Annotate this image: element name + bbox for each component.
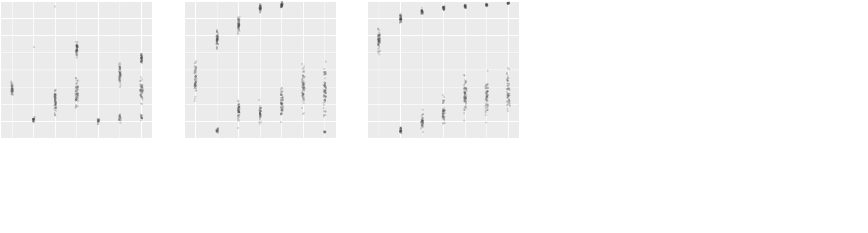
svg-point-874 xyxy=(282,107,284,109)
svg-point-428 xyxy=(141,90,143,92)
svg-point-419 xyxy=(141,99,143,101)
svg-point-1215 xyxy=(422,131,424,133)
svg-point-853 xyxy=(282,99,284,101)
svg-point-514 xyxy=(194,87,196,89)
svg-point-1006 xyxy=(323,94,326,96)
svg-point-55 xyxy=(11,90,13,92)
svg-point-1200 xyxy=(421,10,423,12)
svg-point-590 xyxy=(217,127,219,129)
svg-point-872 xyxy=(280,109,282,111)
svg-point-1488 xyxy=(485,111,487,113)
chart-svg-2 xyxy=(185,1,336,139)
svg-point-1503 xyxy=(486,109,488,111)
svg-point-522 xyxy=(195,90,197,92)
charts-row xyxy=(0,0,868,140)
svg-point-740 xyxy=(258,99,260,101)
svg-point-759 xyxy=(260,121,262,123)
svg-point-1531 xyxy=(506,90,508,92)
svg-point-1361 xyxy=(463,120,465,122)
svg-point-1495 xyxy=(487,94,489,97)
svg-point-1270 xyxy=(443,6,445,8)
svg-point-666 xyxy=(237,127,239,129)
svg-point-505 xyxy=(194,96,196,98)
svg-point-932 xyxy=(302,70,304,72)
svg-point-1225 xyxy=(420,127,422,129)
svg-point-380 xyxy=(140,61,142,63)
svg-point-245 xyxy=(75,86,77,88)
svg-point-642 xyxy=(237,27,239,29)
svg-point-1071 xyxy=(377,50,379,52)
svg-point-253 xyxy=(76,96,78,98)
svg-point-225 xyxy=(77,105,79,107)
svg-point-644 xyxy=(237,33,239,35)
svg-point-1170 xyxy=(400,132,402,134)
svg-point-1584 xyxy=(508,100,510,102)
svg-point-605 xyxy=(238,30,240,32)
svg-point-1498 xyxy=(487,105,489,107)
svg-point-973 xyxy=(325,61,327,63)
chart-svg-3 xyxy=(368,1,519,139)
svg-point-1199 xyxy=(421,13,423,15)
svg-point-925 xyxy=(303,112,305,114)
svg-point-929 xyxy=(302,82,304,84)
svg-point-1449 xyxy=(485,114,487,116)
svg-point-188 xyxy=(76,53,78,55)
svg-point-1585 xyxy=(508,94,510,97)
svg-point-1313 xyxy=(442,100,445,102)
svg-point-1138 xyxy=(400,13,402,15)
svg-point-1319 xyxy=(442,112,445,114)
svg-point-247 xyxy=(76,80,78,82)
svg-point-1097 xyxy=(377,43,379,45)
svg-point-1572 xyxy=(507,80,509,82)
chart-panel-3 xyxy=(368,1,519,139)
svg-point-889 xyxy=(301,63,303,65)
svg-point-570 xyxy=(216,37,218,39)
svg-point-322 xyxy=(119,77,121,79)
svg-point-113 xyxy=(54,113,56,115)
svg-point-1350 xyxy=(464,5,466,7)
svg-point-772 xyxy=(259,105,261,107)
svg-point-80 xyxy=(33,116,35,118)
svg-point-49 xyxy=(11,93,13,95)
svg-point-1318 xyxy=(442,115,444,117)
svg-point-1303 xyxy=(443,122,446,124)
svg-point-261 xyxy=(97,123,99,125)
svg-point-936 xyxy=(301,84,303,86)
svg-point-51 xyxy=(11,82,13,84)
svg-point-1504 xyxy=(485,99,487,101)
svg-point-1012 xyxy=(324,71,327,73)
svg-point-995 xyxy=(324,99,326,101)
svg-point-239 xyxy=(76,88,78,90)
svg-point-507 xyxy=(194,72,196,74)
svg-point-48 xyxy=(10,80,12,82)
svg-point-1419 xyxy=(465,93,467,95)
svg-point-143 xyxy=(54,5,56,7)
svg-point-343 xyxy=(119,116,121,118)
svg-point-1445 xyxy=(486,5,488,7)
svg-point-1237 xyxy=(422,109,424,111)
svg-point-1275 xyxy=(443,96,445,98)
svg-point-411 xyxy=(140,76,142,78)
svg-point-1489 xyxy=(486,106,488,108)
svg-point-942 xyxy=(302,88,304,90)
svg-point-1555 xyxy=(507,96,509,98)
svg-point-1414 xyxy=(465,107,467,109)
svg-point-1099 xyxy=(377,38,379,40)
svg-point-517 xyxy=(194,100,196,102)
svg-point-1236 xyxy=(421,124,423,126)
svg-point-641 xyxy=(237,22,239,24)
svg-point-1569 xyxy=(507,85,509,87)
svg-point-910 xyxy=(301,107,303,109)
svg-point-694 xyxy=(238,111,240,113)
chart-panel-1 xyxy=(1,1,152,139)
svg-point-1098 xyxy=(378,45,380,47)
svg-point-429 xyxy=(140,86,142,88)
svg-point-844 xyxy=(282,96,284,98)
svg-point-1390 xyxy=(464,83,466,85)
svg-point-1139 xyxy=(399,15,401,17)
svg-point-516 xyxy=(195,76,197,78)
svg-point-734 xyxy=(260,5,262,7)
svg-point-1557 xyxy=(507,67,509,69)
svg-point-82 xyxy=(33,46,35,48)
svg-point-861 xyxy=(280,102,282,104)
